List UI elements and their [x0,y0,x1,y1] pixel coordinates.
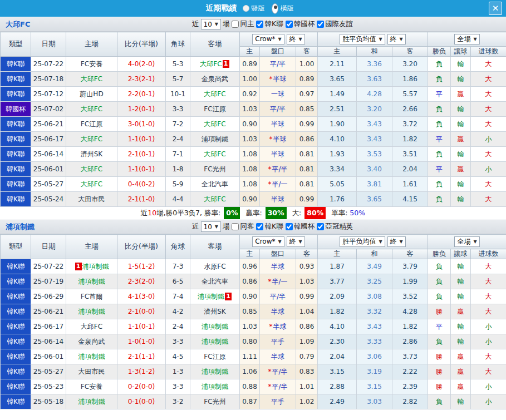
avg-home-cell: 1.49 [318,87,357,102]
handicap-cell: 平/半 [260,102,296,117]
corners-cell: 4-5 [166,349,190,364]
home-team-cell: 1浦項制鐵 [66,259,117,274]
match-row: 韓K聯 25-05-27 大邱FC 0-4(0-2) 5-9 全北汽車 1.08… [1,177,506,192]
chevron-down-icon: ▼ [379,239,382,244]
star-marker-icon: * [268,180,271,188]
odds-away-cell: 0.89 [296,72,318,87]
result-cell: 負 [428,259,451,274]
league-checkbox-wrap[interactable]: 韓國杯 [285,222,315,231]
league-checkbox-wrap[interactable]: 韓國杯 [285,19,315,29]
team-name-text: 大邱FC [204,90,225,98]
avg-draw-cell: 3.36 [357,57,392,72]
same-away-checkbox-wrap[interactable]: 同客 [231,222,254,231]
final-odds-select[interactable]: 終▼ [287,236,305,247]
result-group-header: 全場▼ [428,235,506,249]
final-odds-select[interactable]: 終▼ [287,34,305,45]
match-row: 韓K聯 25-07-18 大邱FC 2-3(2-1) 5-7 金泉尚武 1.00… [1,72,506,87]
match-row: 韓K聯 25-07-22 FC安養 4-0(2-0) 5-3 大邱FC1 0.8… [1,57,506,72]
radio-unselected-icon[interactable] [243,5,249,12]
match-row: 韓K聯 25-06-17 大邱FC 1-1(0-1) 2-4 浦項制鐵 1.03… [1,132,506,147]
star-marker-icon: * [268,383,271,391]
window-title: 近期戰績 [206,3,237,13]
goals-result-cell: 大 [471,177,506,192]
final-avg-select[interactable]: 終▼ [387,236,406,247]
col-score: 比分(半場) [117,235,166,259]
league-checkbox-friendly[interactable] [317,21,324,28]
avg-draw-cell: 3.08 [357,289,392,304]
scope-select[interactable]: 全場▼ [454,34,479,45]
league-checkbox-kleague[interactable] [256,223,263,230]
result-cell: 負 [428,289,451,304]
col-avg-draw: 和 [357,47,392,57]
league-checkbox-wrap[interactable]: 韓K聯 [256,222,283,231]
competition-cell: 韓K聯 [1,274,31,289]
recent-count-select[interactable]: 10▼ [201,19,221,29]
avg-away-cell: 4.15 [392,192,428,207]
avg-home-cell: 2.04 [318,349,357,364]
avg-away-cell: 2.39 [392,379,428,394]
date-cell: 25-06-14 [31,147,66,162]
league-checkbox-kleague[interactable] [256,21,263,28]
home-team-cell: 蔚山HD [66,87,117,102]
team-name-text: 大邱FC [204,120,225,128]
odds-away-cell: 0.99 [296,289,318,304]
match-row: 韓K聯 25-06-14 濟州SK 2-1(0-1) 7-1 大邱FC 1.08… [1,147,506,162]
bookmaker-select[interactable]: Crow*▼ [252,236,284,247]
league-checkbox-cup[interactable] [286,21,293,28]
score-cell: 4-1(3-0) [117,289,166,304]
close-button[interactable]: ✕ [489,2,502,15]
radio-horizontal-label: 橫版 [281,4,294,13]
team-name-text: 浦項制鐵 [198,293,224,300]
avg-home-cell: 1.76 [318,192,357,207]
same-home-checkbox-wrap[interactable]: 同主 [231,19,254,29]
bookmaker-select[interactable]: Crow*▼ [252,34,284,45]
result-cell: 負 [428,147,451,162]
col-odds-hcap: 盤口 [260,47,296,57]
odds-group-header: Crow*▼ 終▼ [240,32,318,47]
handicap-cell: 一球 [260,87,296,102]
odds-away-cell: 0.86 [296,132,318,147]
goals-result-cell: 大 [471,57,506,72]
odds-away-cell: 0.79 [296,349,318,364]
league-checkbox-acl[interactable] [317,223,324,230]
same-away-checkbox[interactable] [232,223,239,230]
col-result-goals: 进球数 [471,249,506,259]
goals-result-cell: 大 [471,289,506,304]
col-odds-hcap: 盤口 [260,249,296,259]
col-date: 日期 [31,32,66,57]
radio-selected-icon[interactable] [272,3,278,14]
competition-cell: 韓國杯 [1,102,31,117]
final-avg-select[interactable]: 終▼ [387,34,406,45]
team-name-text: 全北汽車 [202,180,228,188]
avg-odds-select[interactable]: 胜平负均值▼ [340,34,385,45]
avg-away-cell: 1.61 [392,177,428,192]
result-cell: 負 [428,177,451,192]
competition-cell: 韓K聯 [1,87,31,102]
avg-home-cell: 3.65 [318,72,357,87]
match-row: 韓K聯 25-06-21 FC江原 3-0(1-0) 7-2 大邱FC 0.90… [1,117,506,132]
corners-cell: 3-2 [166,394,190,409]
same-home-label: 同主 [240,19,254,29]
competition-cell: 韓K聯 [1,259,31,274]
goals-result-cell: 大 [471,147,506,162]
team-name-text: 浦項制鐵 [78,308,105,315]
league-checkbox-wrap[interactable]: 國際友誼 [316,19,353,29]
result-cell: 負 [428,57,451,72]
odds-away-cell: 0.93 [296,259,318,274]
avg-odds-select[interactable]: 胜平负均值▼ [340,236,385,247]
league-checkbox-wrap[interactable]: 亞冠精英 [316,222,353,231]
layout-radio-vertical[interactable]: 豎版 [243,4,265,13]
league-checkbox-cup[interactable] [286,223,293,230]
team-name-text: 大邱FC [81,75,102,83]
score-cell: 1-1(0-1) [117,319,166,334]
odds-away-cell: 1.00 [296,57,318,72]
score-cell: 0-4(0-2) [117,177,166,192]
scope-select[interactable]: 全場▼ [454,236,479,247]
league-checkbox-wrap[interactable]: 韓K聯 [256,19,283,29]
avg-draw-cell: 3.19 [357,364,392,379]
same-home-checkbox[interactable] [232,21,239,28]
avg-away-cell: 2.66 [392,102,428,117]
recent-count-select[interactable]: 10▼ [201,221,221,232]
layout-radio-horizontal[interactable]: 橫版 [272,3,294,14]
corners-cell: 2-4 [166,319,190,334]
